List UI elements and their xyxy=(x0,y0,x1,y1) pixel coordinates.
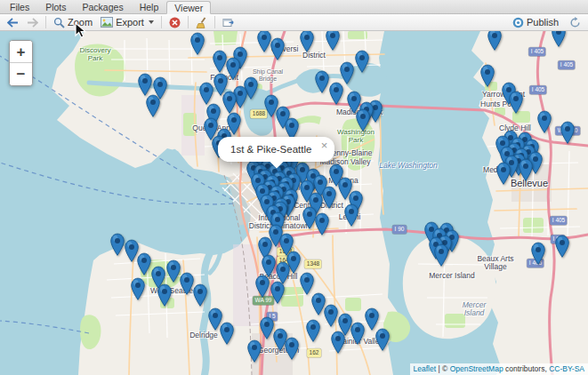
route-shield: I 405 xyxy=(558,60,575,69)
map-marker[interactable] xyxy=(131,277,146,300)
map-marker[interactable] xyxy=(375,328,391,351)
map-marker[interactable] xyxy=(434,243,449,267)
back-arrow-icon xyxy=(7,18,19,28)
magnifier-icon xyxy=(53,17,65,28)
zoom-button[interactable]: Zoom xyxy=(50,16,96,29)
zoom-button-label: Zoom xyxy=(68,17,93,28)
map-label: Mercer Island xyxy=(429,272,475,280)
tab-packages[interactable]: Packages xyxy=(75,0,132,13)
map-label: Beaux Arts Village xyxy=(477,255,513,272)
map-marker[interactable] xyxy=(560,121,576,144)
map-marker[interactable] xyxy=(322,186,337,209)
map-marker[interactable] xyxy=(193,283,208,307)
refresh-icon xyxy=(569,17,581,28)
map-marker[interactable] xyxy=(110,233,125,256)
osm-link[interactable]: OpenStreetMap xyxy=(450,364,503,373)
map-marker[interactable] xyxy=(222,91,238,114)
route-shield: 162 xyxy=(307,348,321,357)
tab-files[interactable]: Files xyxy=(2,0,37,13)
toolbar-separator xyxy=(188,16,189,28)
map-marker[interactable] xyxy=(537,110,552,133)
zoom-in-button[interactable]: + xyxy=(10,41,32,63)
map-label: District xyxy=(302,52,326,60)
map-marker[interactable] xyxy=(552,31,567,47)
map-viewport[interactable]: Discovery ParkFremontShip Canal BridgeUn… xyxy=(0,31,588,375)
map-marker[interactable] xyxy=(531,242,546,265)
route-shield: I 405 xyxy=(528,47,545,56)
map-marker[interactable] xyxy=(270,281,286,304)
zoom-control: + − xyxy=(9,40,33,86)
pane-tabbar: FilesPlotsPackagesHelpViewer xyxy=(0,0,588,14)
map-marker[interactable] xyxy=(326,31,341,51)
map-marker[interactable] xyxy=(146,94,161,117)
route-shield: 1348 xyxy=(304,259,321,268)
map-marker[interactable] xyxy=(509,91,524,114)
forward-button[interactable] xyxy=(23,17,42,28)
clear-all-button[interactable] xyxy=(192,16,211,29)
broom-icon xyxy=(196,17,207,28)
map-marker[interactable] xyxy=(137,252,152,275)
map-marker[interactable] xyxy=(344,203,359,227)
toolbar-separator xyxy=(45,16,46,28)
map-marker[interactable] xyxy=(331,331,346,354)
toolbar-separator xyxy=(214,16,215,28)
map-marker[interactable] xyxy=(157,283,173,307)
map-label: Discovery Park xyxy=(79,47,110,63)
remove-button[interactable] xyxy=(165,16,184,29)
rstudio-pane: FilesPlotsPackagesHelpViewer Zoom Export xyxy=(0,0,588,375)
export-button[interactable]: Export xyxy=(97,16,157,28)
route-shield: I 405 xyxy=(529,85,546,94)
map-marker[interactable] xyxy=(199,82,214,105)
tab-help[interactable]: Help xyxy=(132,0,167,13)
publish-button-label: Publish xyxy=(527,17,559,28)
dropdown-caret-icon xyxy=(149,20,154,24)
viewer-toolbar: Zoom Export Publish xyxy=(0,14,588,31)
tab-viewer[interactable]: Viewer xyxy=(166,1,211,14)
export-button-label: Export xyxy=(116,17,144,28)
new-window-icon xyxy=(222,17,234,28)
map-label: Mercer Island xyxy=(463,301,486,318)
refresh-button[interactable] xyxy=(566,16,584,29)
map-marker[interactable] xyxy=(285,337,300,360)
circle-x-icon xyxy=(169,17,181,28)
map-marker[interactable] xyxy=(255,275,270,298)
popup-text: 1st & Pike-Seattle xyxy=(230,144,311,155)
map-marker[interactable] xyxy=(555,235,570,258)
map-marker[interactable] xyxy=(220,322,235,345)
popup-close-button[interactable]: × xyxy=(321,140,328,151)
map-marker[interactable] xyxy=(355,50,370,73)
map-marker[interactable] xyxy=(315,212,330,235)
map-popup: 1st & Pike-Seattle × xyxy=(218,137,334,162)
attribution-contributors: contributors, xyxy=(503,364,550,373)
zoom-out-button[interactable]: − xyxy=(10,63,32,85)
map-marker[interactable] xyxy=(496,162,511,185)
route-shield: I 405 xyxy=(550,216,567,225)
map-marker[interactable] xyxy=(487,31,503,51)
map-marker[interactable] xyxy=(350,322,366,345)
toolbar-separator xyxy=(161,16,162,28)
map-marker[interactable] xyxy=(300,31,315,52)
map-marker[interactable] xyxy=(519,158,534,181)
leaflet-link[interactable]: Leaflet xyxy=(414,364,437,373)
route-shield: I 90 xyxy=(392,225,407,234)
license-link[interactable]: CC-BY-SA xyxy=(549,364,584,373)
map-marker[interactable] xyxy=(247,339,262,363)
map-markers-layer xyxy=(0,31,588,375)
open-in-window-button[interactable] xyxy=(219,16,238,28)
map-marker[interactable] xyxy=(324,304,339,327)
back-button[interactable] xyxy=(4,17,22,28)
forward-arrow-icon xyxy=(27,18,38,28)
attribution-separator: | © xyxy=(436,364,450,373)
map-marker[interactable] xyxy=(356,108,371,132)
map-marker[interactable] xyxy=(315,70,330,93)
map-marker[interactable] xyxy=(480,64,495,87)
publish-button[interactable]: Publish xyxy=(509,16,562,29)
map-marker[interactable] xyxy=(190,32,205,55)
map-marker[interactable] xyxy=(306,319,321,342)
tab-plots[interactable]: Plots xyxy=(37,0,74,13)
map-marker[interactable] xyxy=(138,73,153,96)
map-label: Lake Washington xyxy=(379,162,438,170)
map-marker[interactable] xyxy=(329,82,344,105)
map-marker[interactable] xyxy=(270,37,286,60)
image-icon xyxy=(101,17,113,28)
